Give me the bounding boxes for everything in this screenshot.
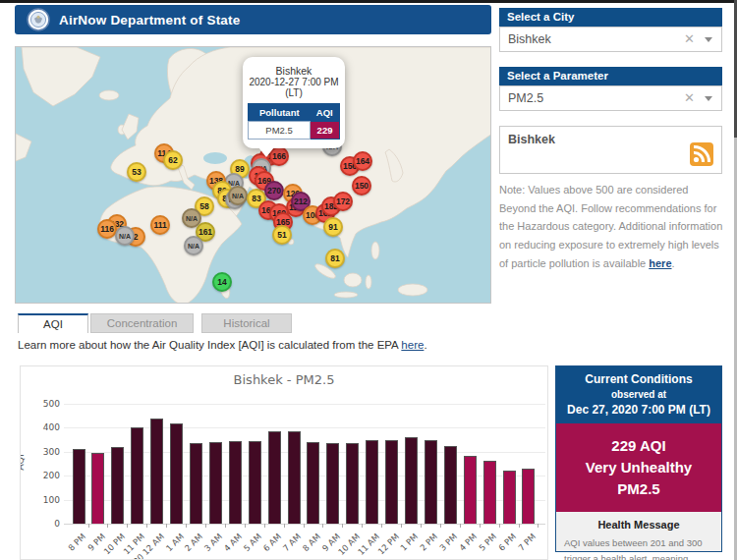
world-map[interactable]: 114625389N/A1388087N/A58N/A161N/A1111321… bbox=[15, 46, 491, 304]
city-caret-icon[interactable] bbox=[705, 37, 712, 42]
health-message-block: Health Message AQI values between 201 an… bbox=[556, 512, 721, 560]
chart-bar[interactable] bbox=[131, 427, 143, 524]
aqi-marker[interactable]: 270 bbox=[264, 181, 284, 200]
popup-aqi-value: 229 bbox=[311, 122, 340, 140]
parameter-clear-icon[interactable]: ✕ bbox=[684, 86, 695, 110]
gridline bbox=[64, 524, 545, 525]
note-here-link[interactable]: here bbox=[649, 257, 671, 269]
aqi-marker[interactable]: 62 bbox=[163, 150, 183, 170]
aqi-marker[interactable]: 150 bbox=[352, 176, 371, 196]
popup-col-pollutant: Pollutant bbox=[249, 104, 311, 122]
chart-bar[interactable] bbox=[503, 471, 516, 524]
parameter-caret-icon[interactable] bbox=[705, 96, 712, 101]
x-tick bbox=[264, 524, 265, 528]
x-tick bbox=[186, 524, 187, 528]
chart-title: Bishkek - PM2.5 bbox=[21, 372, 547, 387]
chart-bar[interactable] bbox=[91, 453, 104, 524]
x-tick bbox=[460, 524, 461, 528]
chart-bar[interactable] bbox=[464, 456, 477, 524]
chart-bar[interactable] bbox=[249, 441, 261, 524]
aqi-marker[interactable]: 51 bbox=[272, 225, 292, 245]
chart-bar[interactable] bbox=[326, 443, 339, 524]
x-tick bbox=[401, 524, 402, 528]
health-message-text: AQI values between 201 and 300 trigger a… bbox=[564, 535, 713, 560]
learn-more-here-link[interactable]: here bbox=[401, 339, 424, 351]
learn-more-text: Learn more about how the Air Quality Ind… bbox=[18, 339, 427, 351]
x-tick bbox=[381, 524, 382, 528]
city-clear-icon[interactable]: ✕ bbox=[684, 28, 695, 51]
aqi-bar-chart: Bishkek - PM2.5 AQI 01002003004005008 PM… bbox=[20, 365, 548, 560]
x-tick bbox=[205, 524, 206, 528]
aqi-marker[interactable]: 53 bbox=[127, 162, 146, 182]
city-panel-header: Select a City bbox=[499, 8, 722, 27]
chart-bar[interactable] bbox=[73, 449, 85, 524]
tab-historical[interactable]: Historical bbox=[201, 313, 292, 333]
chart-bar[interactable] bbox=[444, 446, 457, 524]
x-tick bbox=[440, 524, 441, 528]
popup-col-aqi: AQI bbox=[311, 104, 340, 122]
observed-datetime: Dec 27, 2020 7:00 PM (LT) bbox=[558, 403, 719, 417]
chart-bar[interactable] bbox=[425, 440, 437, 524]
chart-bar[interactable] bbox=[522, 469, 535, 524]
x-tick bbox=[538, 524, 539, 528]
health-message-title: Health Message bbox=[564, 519, 713, 531]
chart-bar[interactable] bbox=[483, 461, 496, 524]
x-tick bbox=[225, 524, 226, 528]
gridline bbox=[64, 404, 545, 405]
rss-icon[interactable] bbox=[690, 142, 713, 166]
y-tick-label: 500 bbox=[34, 399, 60, 409]
y-tick-label: 300 bbox=[34, 447, 60, 457]
aqi-marker[interactable]: 91 bbox=[323, 217, 343, 237]
popup-datetime: 2020-12-27 7:00 PM bbox=[247, 77, 341, 87]
city-select[interactable]: Bishkek ✕ bbox=[499, 27, 722, 52]
x-tick bbox=[245, 524, 246, 528]
x-tick bbox=[304, 524, 305, 528]
x-tick bbox=[322, 524, 323, 528]
popup-pollutant-value: PM2.5 bbox=[249, 122, 311, 140]
x-tick bbox=[127, 524, 128, 528]
chart-y-axis-label: AQI bbox=[20, 454, 26, 471]
chart-bar[interactable] bbox=[307, 442, 319, 524]
aqi-marker[interactable]: 164 bbox=[353, 151, 372, 171]
aqi-marker[interactable]: 116 bbox=[97, 219, 117, 239]
aqi-marker[interactable]: N/A bbox=[115, 226, 135, 246]
dos-seal-icon bbox=[27, 8, 50, 31]
tab-concentration[interactable]: Concentration bbox=[90, 313, 194, 333]
aqi-marker[interactable]: 172 bbox=[333, 192, 353, 211]
learn-more-suffix: . bbox=[424, 339, 426, 351]
chart-bar[interactable] bbox=[190, 443, 202, 524]
aqi-marker[interactable]: 81 bbox=[325, 249, 345, 268]
aqi-marker[interactable]: 111 bbox=[150, 215, 170, 235]
x-tick bbox=[166, 524, 167, 528]
y-tick-label: 200 bbox=[34, 471, 60, 480]
x-tick bbox=[499, 524, 500, 528]
aqi-pollutant: PM2.5 bbox=[560, 478, 717, 500]
chart-bar[interactable] bbox=[150, 419, 163, 524]
note-suffix: . bbox=[672, 257, 675, 269]
chart-bar[interactable] bbox=[288, 431, 301, 524]
aqi-note: Note: Values above 500 are considered Be… bbox=[499, 181, 724, 272]
popup-tail bbox=[258, 147, 274, 157]
aqi-marker[interactable]: N/A bbox=[184, 236, 203, 255]
chart-bar[interactable] bbox=[209, 442, 222, 524]
current-conditions-header: Current Conditions observed at Dec 27, 2… bbox=[556, 366, 721, 423]
chart-bar[interactable] bbox=[405, 437, 418, 524]
tab-aqi[interactable]: AQI bbox=[18, 313, 88, 333]
chart-bar[interactable] bbox=[229, 441, 242, 524]
chart-bar[interactable] bbox=[268, 431, 281, 524]
chart-bar[interactable] bbox=[385, 440, 398, 524]
city-select-value: Bishkek bbox=[508, 32, 551, 46]
chart-bar[interactable] bbox=[170, 423, 183, 524]
chart-bar[interactable] bbox=[346, 443, 359, 524]
map-popup: Bishkek 2020-12-27 7:00 PM (LT) Pollutan… bbox=[243, 57, 345, 148]
x-tick bbox=[88, 524, 89, 528]
rss-feed-box: Bishkek bbox=[499, 126, 722, 174]
chart-bar[interactable] bbox=[111, 447, 124, 524]
aqi-marker[interactable]: 14 bbox=[212, 272, 232, 292]
chart-bar[interactable] bbox=[366, 440, 378, 524]
learn-more-body: Learn more about how the Air Quality Ind… bbox=[18, 339, 401, 351]
y-tick-label: 400 bbox=[34, 422, 60, 432]
parameter-select[interactable]: PM2.5 ✕ bbox=[499, 85, 722, 111]
current-conditions-panel: Current Conditions observed at Dec 27, 2… bbox=[555, 365, 722, 552]
aqi-marker[interactable]: N/A bbox=[228, 186, 248, 205]
